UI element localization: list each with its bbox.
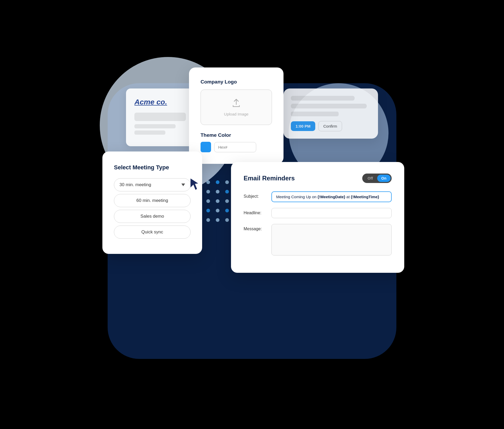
- hex-input[interactable]: [214, 142, 256, 152]
- cal-bar-2: [291, 104, 367, 108]
- color-swatch[interactable]: [201, 142, 211, 152]
- chevron-down-icon: [181, 184, 185, 186]
- branding-card: Company Logo Upload Image Theme Color: [189, 67, 284, 164]
- dot: [225, 199, 229, 203]
- acme-card: Acme co.: [126, 88, 194, 146]
- upload-icon: [209, 98, 263, 110]
- cal-time-row: 1:00 PM Confirm: [291, 121, 371, 131]
- svg-marker-0: [190, 178, 199, 190]
- dot: [225, 180, 229, 184]
- subject-input[interactable]: Meeting Coming Up on {!MeetingDate} at {…: [271, 191, 392, 202]
- email-card-header: Email Reminders Off On: [244, 174, 392, 183]
- acme-bar-3: [134, 130, 165, 135]
- dot: [225, 190, 229, 193]
- theme-color-title: Theme Color: [201, 132, 272, 138]
- meeting-type-card: Select Meeting Type 30 min. meeting 60 m…: [102, 151, 202, 254]
- email-toggle[interactable]: Off On: [362, 174, 392, 183]
- message-label: Message:: [244, 224, 267, 231]
- acme-bar-1: [134, 113, 186, 121]
- dot: [206, 180, 210, 184]
- subject-middle: at: [345, 195, 351, 199]
- email-reminders-title: Email Reminders: [244, 175, 295, 182]
- cal-bar-1: [291, 96, 355, 101]
- message-textarea[interactable]: [271, 224, 392, 255]
- scene: Acme co. Company Logo Upload Image Theme…: [94, 31, 410, 398]
- meeting-option-sales[interactable]: Sales demo: [114, 210, 191, 223]
- confirm-button[interactable]: Confirm: [318, 121, 342, 131]
- subject-row: Subject: Meeting Coming Up on {!MeetingD…: [244, 191, 392, 202]
- headline-input[interactable]: [271, 208, 392, 218]
- subject-var1: {!MeetingDate}: [318, 195, 345, 199]
- cursor-arrow-icon: [190, 178, 201, 192]
- dot: [216, 190, 219, 193]
- dot: [216, 218, 219, 222]
- dot: [216, 180, 219, 184]
- headline-row: Headline:: [244, 208, 392, 218]
- upload-box[interactable]: Upload Image: [201, 90, 272, 125]
- toggle-on-label[interactable]: On: [377, 175, 391, 182]
- subject-prefix: Meeting Coming Up on: [276, 195, 318, 199]
- email-reminders-card: Email Reminders Off On Subject: Meeting …: [231, 162, 404, 273]
- acme-bar-2: [134, 124, 176, 128]
- upload-label: Upload Image: [209, 112, 263, 116]
- meeting-type-title: Select Meeting Type: [114, 164, 191, 171]
- meeting-option-quick[interactable]: Quick sync: [114, 226, 191, 239]
- dot: [216, 209, 219, 212]
- toggle-off-label[interactable]: Off: [363, 175, 377, 182]
- dot: [206, 199, 210, 203]
- meeting-option-60[interactable]: 60 min. meeting: [114, 194, 191, 207]
- dot: [225, 209, 229, 212]
- acme-logo: Acme co.: [134, 98, 186, 106]
- message-row: Message:: [244, 224, 392, 255]
- subject-var2: {!MeetingTime}: [351, 195, 379, 199]
- dot: [216, 199, 219, 203]
- subject-label: Subject:: [244, 191, 267, 199]
- theme-color-row: [201, 142, 272, 152]
- dot: [206, 209, 210, 212]
- headline-label: Headline:: [244, 208, 267, 215]
- cal-bar-3: [291, 112, 339, 116]
- dot: [206, 190, 210, 193]
- calendar-card: 1:00 PM Confirm: [284, 88, 378, 139]
- time-badge: 1:00 PM: [291, 121, 315, 131]
- meeting-type-selected[interactable]: 30 min. meeting: [114, 178, 191, 191]
- dot: [206, 218, 210, 222]
- dot: [225, 218, 229, 222]
- selected-option-label: 30 min. meeting: [119, 182, 151, 187]
- company-logo-title: Company Logo: [201, 79, 272, 85]
